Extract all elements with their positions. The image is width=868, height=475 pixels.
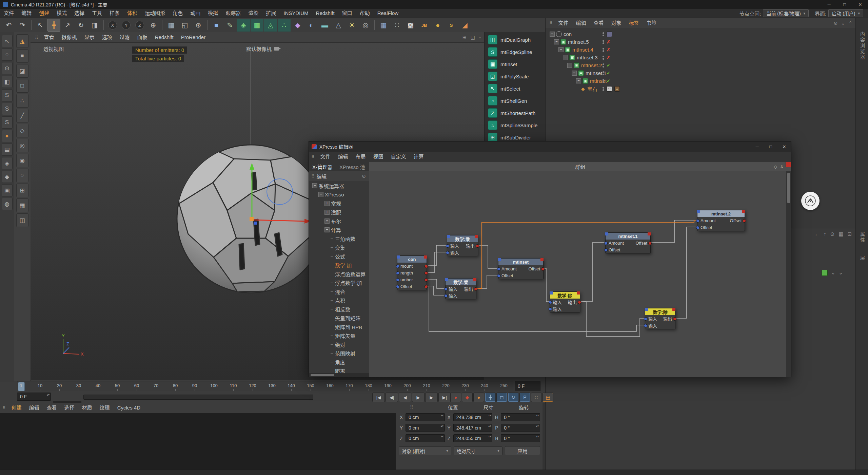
expander-icon[interactable]: − [576,78,581,83]
current-frame-field[interactable]: 0 F [515,381,540,391]
node-output-corner[interactable] [648,232,651,235]
left-tool-icon-3[interactable]: ⊙ [2,62,13,74]
object-mode-select[interactable]: 对象 (相对)▾ [399,446,451,455]
input-port-icon[interactable] [396,265,399,268]
menu-item-体积[interactable]: 体积 [123,9,141,18]
operator-tree-item-系统运算器[interactable]: −系统运算器 [309,181,369,190]
left-tool-icon-1[interactable]: ↖ [2,35,13,47]
node-header[interactable]: mtInset.2 [697,210,745,217]
model-mode-icon[interactable]: ■ [16,49,28,63]
output-port-icon[interactable] [474,287,477,291]
visibility-dots-icon[interactable] [603,40,604,44]
material-menu-Cycles 4D[interactable]: Cycles 4D [114,403,144,412]
jb-badge-icon[interactable]: JB [418,19,431,32]
node-input-corner[interactable] [605,232,608,235]
interface-select[interactable]: 启动 (用户)▾ [828,9,863,17]
xpresso-node-数学:乘[interactable]: 数学:乘输入输出输入 [447,235,478,256]
tab-layers[interactable]: 层 [859,255,866,261]
node-header[interactable]: 数学:除 [645,308,675,315]
sky-icon[interactable]: △ [332,19,345,32]
enabled-icon[interactable]: ✓ [607,78,610,83]
xpresso-node-数学:除[interactable]: 数学:除输入输出输入 [550,291,580,312]
next-frame-button[interactable]: ▶ [425,393,438,402]
expander-icon[interactable]: − [567,63,572,68]
input-port-icon[interactable] [644,317,647,321]
coin-icon[interactable]: ● [431,19,444,32]
input-port-icon[interactable] [644,324,647,327]
panel-handle-icon[interactable]: ⠿ [398,405,434,410]
node-wire[interactable] [579,243,605,302]
redo-icon[interactable]: ↷ [16,19,29,32]
light-icon[interactable]: ☀ [346,19,358,32]
pool-item-mtEdgeSpline[interactable]: SmtEdgeSpline [485,46,546,58]
viewport-menu-过滤[interactable]: 过滤 [116,33,134,42]
render-region-icon[interactable]: ◱ [178,19,191,32]
position-value-field[interactable]: 0 cm▴▾ [406,434,445,442]
menu-item-文件[interactable]: 文件 [0,9,18,18]
grid-icon[interactable]: ▦ [839,231,843,237]
input-port-icon[interactable] [549,301,552,304]
xpresso-titlebar[interactable]: XPresso 编辑器 ─ □ ✕ [309,141,791,152]
node-input-corner[interactable] [550,291,553,294]
panel-pin-icon[interactable]: ⊞ [462,35,467,40]
size-value-field[interactable]: 248.738 cm▴▾ [453,413,493,421]
viewport-menu-面板[interactable]: 面板 [134,33,151,42]
object-row-mtInset.1[interactable]: −▣mtInset.1✓ [546,69,856,77]
left-tool-icon-8[interactable]: ▣ [2,184,13,196]
input-port-icon[interactable] [396,278,399,282]
xpresso-tab-XPresso 池[interactable]: XPresso 池 [336,163,369,170]
xpresso-tab-X-管理器[interactable]: X-管理器 [309,163,336,170]
output-port-icon[interactable] [425,265,428,268]
menu-item-INSYDIUM[interactable]: INSYDIUM [280,9,312,18]
object-row-mtInset.3[interactable]: −▣mtInset.3✗ [546,54,856,61]
menu-item-角色[interactable]: 角色 [169,9,186,18]
object-row-mtInset[interactable]: −▣mtInset✓ [546,77,856,85]
expander-icon[interactable]: − [563,55,568,60]
menu-item-跟踪器[interactable]: 跟踪器 [222,9,244,18]
node-wire[interactable] [675,227,697,318]
output-port-icon[interactable] [425,285,428,288]
expander-icon[interactable]: − [550,32,555,37]
disabled-icon[interactable]: ✗ [607,39,610,44]
snap-icon[interactable]: ◌ [16,169,28,182]
menu-item-扩展[interactable]: 扩展 [262,9,280,18]
spinner-icon[interactable]: ▴▾ [536,424,539,428]
frame-range-slider[interactable] [83,395,313,400]
key-position-icon[interactable]: ╋ [485,393,496,402]
material-menu-编辑[interactable]: 编辑 [25,403,43,412]
enabled-icon[interactable]: ✓ [607,71,610,76]
minimize-button[interactable]: ─ [821,0,837,9]
operator-tree-item-点积[interactable]: 点积 [309,296,369,305]
om-menu-对象[interactable]: 对象 [608,19,625,27]
prev-key-button[interactable]: ◀| [386,393,398,402]
points-mode-icon[interactable]: ∴ [16,94,28,108]
input-port-icon[interactable] [696,219,699,223]
viewport-menu-查看[interactable]: 查看 [40,33,58,42]
search-icon[interactable]: ⊙ [830,231,835,237]
operator-tree-item-角度[interactable]: 角度 [309,358,369,366]
xpresso-node-mtInset[interactable]: mtInsetAmountOffsetOffset [498,258,544,279]
node-wire[interactable] [650,220,697,243]
menu-item-模拟[interactable]: 模拟 [204,9,222,18]
play-button[interactable]: ▶ [412,393,425,402]
phong-tag-icon[interactable]: ◠ [607,86,612,92]
rotation-value-field[interactable]: 0 °▴▾ [501,424,540,432]
enabled-icon[interactable]: ✓ [607,63,610,68]
spinner-icon[interactable]: ▴▾ [441,424,443,428]
node-input-corner[interactable] [697,210,700,213]
viewport-menu-ProRender[interactable]: ProRender [177,33,210,42]
xpresso-tag-icon[interactable] [607,32,612,37]
key-scale-icon[interactable]: ◻ [496,393,507,402]
menu-item-动画[interactable]: 动画 [186,9,204,18]
vertical-scrollbar[interactable] [786,171,791,377]
xpresso-node-数学:乘[interactable]: 数学:乘输入输出输入 [445,278,476,299]
key-pla-icon[interactable]: ∷ [531,393,542,402]
node-input-corner[interactable] [447,235,450,238]
object-row-mtInset.4[interactable]: −▣mtInset.4✗ [546,46,856,54]
object-row-mtInset.2[interactable]: −▣mtInset.2✓ [546,61,856,69]
rotation-value-field[interactable]: 0 °▴▾ [501,413,540,421]
workplane-icon[interactable]: □ [16,79,28,93]
input-port-icon[interactable] [444,294,448,298]
material-menu-纹理[interactable]: 纹理 [96,403,114,412]
position-value-field[interactable]: 0 cm▴▾ [406,413,445,421]
